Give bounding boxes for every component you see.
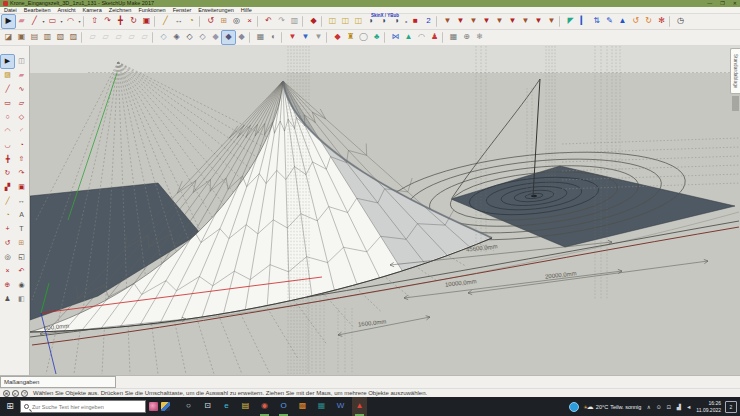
help-icon[interactable]: ? <box>21 390 28 397</box>
drop-tool-9[interactable]: ▼ <box>545 15 558 28</box>
hidden-icons-chevron[interactable]: ∧ <box>645 404 652 410</box>
separator[interactable] <box>83 16 87 27</box>
drop-tool-2[interactable]: ▼ <box>454 15 467 28</box>
draw-tool[interactable]: ✎ <box>603 15 616 28</box>
three-point-arc-tool[interactable]: ◡ <box>1 139 14 152</box>
pan-tool-side[interactable]: ⊞ <box>15 237 28 250</box>
menu-item[interactable]: Bearbeiten <box>24 7 51 14</box>
push-pull-tool-side[interactable]: ⇧ <box>15 153 28 166</box>
separator[interactable] <box>326 32 330 43</box>
separator[interactable] <box>152 32 156 43</box>
curve-tool-2[interactable]: ↻ <box>642 15 655 28</box>
weather-widget[interactable]: ☀ ☁ 20°C Teilw. sonnig <box>583 403 641 411</box>
material-tool[interactable]: ◆ <box>331 31 344 44</box>
drop-tool-8[interactable]: ▼ <box>532 15 545 28</box>
menu-item[interactable]: Hilfe <box>241 7 252 14</box>
dimension-tool-side[interactable]: ↔ <box>15 195 28 208</box>
task-view-icon[interactable]: ⊡ <box>200 397 215 416</box>
menu-item[interactable]: Kamera <box>83 7 102 14</box>
pan-tool[interactable]: ⊞ <box>217 15 230 28</box>
edge-icon[interactable]: e <box>219 397 234 416</box>
model-viewport[interactable]: 45600,0mm 20000,0mm 10000,0mm 1600,0mm 6… <box>30 46 740 375</box>
separator[interactable] <box>436 16 440 27</box>
section-tool-5[interactable]: ▱ <box>138 31 151 44</box>
drop-tool-6[interactable]: ▼ <box>506 15 519 28</box>
rotated-rectangle-tool[interactable]: ▱ <box>15 97 28 110</box>
shape-tool[interactable]: ▭ <box>46 15 59 28</box>
separator[interactable] <box>384 32 388 43</box>
rectangle-tool[interactable]: ▭ <box>1 97 14 110</box>
menu-item[interactable]: Fenster <box>173 7 192 14</box>
text-tool[interactable]: A <box>15 209 28 222</box>
protractor-tool-side[interactable]: ◔ <box>1 209 14 222</box>
wireframe-style[interactable]: ◇ <box>183 31 196 44</box>
mirror-tool[interactable]: ⋈ <box>389 31 402 44</box>
section-tool-2[interactable]: ▱ <box>99 31 112 44</box>
cortana-icon[interactable]: ○ <box>181 397 196 416</box>
clock-tool[interactable]: ◷ <box>674 15 687 28</box>
zoom-tool-side[interactable]: ◎ <box>1 251 14 264</box>
geolocation-icon[interactable]: ⊕ <box>3 390 10 397</box>
zoom-extents-tool-side[interactable]: × <box>1 265 14 278</box>
paint-thumbnail[interactable] <box>161 402 170 411</box>
previous-view-tool[interactable]: ↶ <box>262 15 275 28</box>
position-camera-tool[interactable]: ⊕ <box>1 279 14 292</box>
separator[interactable] <box>81 32 85 43</box>
component-box-2[interactable]: ◫ <box>339 15 352 28</box>
maximize-button[interactable]: ❐ <box>720 0 724 7</box>
front-view[interactable]: ▤ <box>28 31 41 44</box>
move-tool-side[interactable]: ╋ <box>1 153 14 166</box>
offset-tool[interactable]: ▣ <box>140 15 153 28</box>
axes-tool[interactable]: + <box>1 223 14 236</box>
section-plane-tool[interactable]: ◧ <box>15 293 28 306</box>
separator[interactable] <box>249 32 253 43</box>
dimension-tool[interactable]: ↔ <box>172 15 185 28</box>
right-view[interactable]: ▥ <box>41 31 54 44</box>
separator[interactable] <box>559 16 563 27</box>
back-edges-style[interactable]: ◈ <box>170 31 183 44</box>
zoom-extents-tool[interactable]: × <box>243 15 256 28</box>
person-tool[interactable]: ♟ <box>428 31 441 44</box>
network-icon[interactable]: ▟ <box>675 404 682 410</box>
default-tray-tab[interactable]: Standardablage <box>730 48 740 94</box>
eraser-tool-side[interactable]: ▰ <box>15 69 28 82</box>
protractor-tool[interactable]: ◔ <box>185 15 198 28</box>
weld-tool[interactable]: ◤ <box>564 15 577 28</box>
back-view[interactable]: ▧ <box>54 31 67 44</box>
two-point-arc-tool[interactable]: ◜ <box>15 125 28 138</box>
separator[interactable] <box>302 16 306 27</box>
drop-tool-7[interactable]: ▼ <box>519 15 532 28</box>
menu-item[interactable]: Ansicht <box>57 7 75 14</box>
follow-me-tool[interactable]: ↷ <box>101 15 114 28</box>
language-icon[interactable]: ⊡ <box>665 404 672 410</box>
arc-tool[interactable]: ◠ <box>64 15 77 28</box>
push-pull-tool[interactable]: ⇧ <box>88 15 101 28</box>
section-tool-3[interactable]: ▱ <box>112 31 125 44</box>
arc-dropdown[interactable]: ▾ <box>77 15 82 28</box>
orbit-tool-side[interactable]: ↺ <box>1 237 14 250</box>
edge-tool[interactable]: ▎ <box>577 15 590 28</box>
structure-tool[interactable]: ♜ <box>344 31 357 44</box>
word-icon[interactable]: W <box>333 397 348 416</box>
make-component-tool[interactable]: ◫ <box>15 55 28 68</box>
line-tool[interactable]: ╱ <box>28 15 41 28</box>
select-tool-side[interactable]: ▶ <box>1 55 14 68</box>
paint-bucket-tool[interactable]: ▨ <box>1 69 14 82</box>
views-tool[interactable]: ▥ <box>288 15 301 28</box>
photos-icon[interactable]: ▩ <box>295 397 310 416</box>
minimize-button[interactable]: — <box>707 0 712 7</box>
flower-tool[interactable]: ✻ <box>655 15 668 28</box>
left-view[interactable]: ▨ <box>67 31 80 44</box>
menu-item[interactable]: Zeichnen <box>109 7 132 14</box>
look-around-tool[interactable]: ◉ <box>15 279 28 292</box>
grid-tool[interactable]: ▦ <box>447 31 460 44</box>
orbit-tool[interactable]: ↺ <box>204 15 217 28</box>
paint-tool[interactable]: ◆ <box>307 15 320 28</box>
outlook-icon[interactable]: O <box>276 397 291 416</box>
taskbar-search[interactable] <box>20 400 146 413</box>
menu-item[interactable]: Erweiterungen <box>198 7 233 14</box>
chrome-icon[interactable]: ◉ <box>257 397 272 416</box>
select-tool[interactable]: ▶ <box>2 15 15 28</box>
texture-tool-red[interactable]: ▼ <box>286 31 299 44</box>
measurement-input[interactable]: Maßangaben <box>0 376 116 388</box>
